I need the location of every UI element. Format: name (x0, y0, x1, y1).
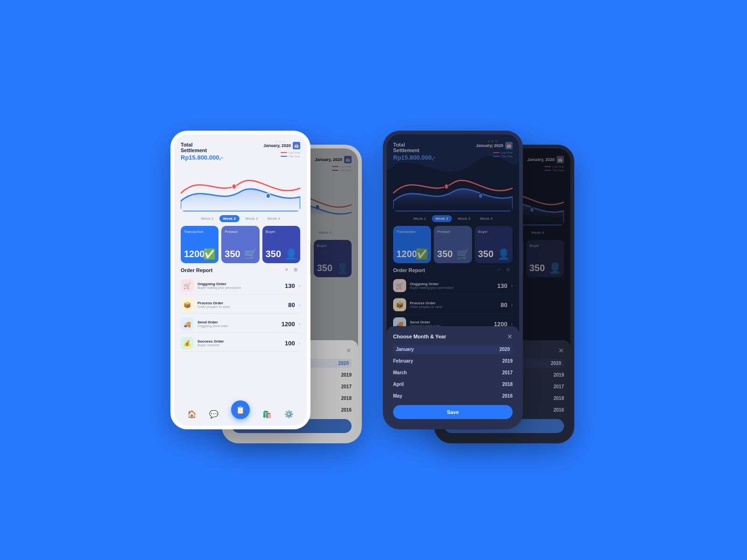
month-may-dark-label: May (393, 393, 402, 399)
month-feb-dark-front[interactable]: February 2019 (393, 357, 513, 365)
nav-settings-light[interactable]: ⚙️ (284, 410, 294, 419)
send-desc-light: Onggoing send order (197, 324, 278, 328)
year-2017-dark: 2017 (502, 370, 513, 375)
week-tab-4-light[interactable]: Week 4 (263, 215, 283, 222)
order-report-header-light: Order Report ≡ ⊞ (181, 267, 300, 273)
order-item-send-light: 🚚 Send Order Onggoing send order 1200 › (181, 315, 300, 333)
stat-icon-prod-light: 🛒 (244, 248, 257, 260)
ongoing-text-light: Onggoing Order Buyer waiting your permis… (197, 282, 281, 289)
week-tabs-light: Week 1 Week 2 Week 3 Week 4 (181, 215, 300, 222)
stat-icon-buyer-light: 👤 (285, 248, 297, 260)
ongoing-desc-light: Buyer waiting your permission (197, 286, 281, 289)
send-icon-light: 🚚 (181, 317, 194, 330)
process-count-light: 80 (288, 301, 295, 308)
scene: Total Settlement Rp15.800.000,- January,… (170, 131, 577, 429)
year-2018-behind: 2018 (341, 396, 352, 401)
order-item-process-light: 📦 Process Order Order prepare to send 80… (181, 296, 300, 314)
legend-item-thisyear-light: This Year (281, 155, 300, 158)
year-2018-dark: 2018 (502, 382, 513, 387)
year-2019-behind: 2019 (341, 372, 352, 378)
stat-label-trans-light: Transaction (184, 230, 215, 234)
order-item-success-light: 💰 Success Order Buyer received 100 › (181, 335, 300, 352)
grid-view-icon-light[interactable]: ⊞ (294, 267, 300, 273)
stat-label-buyer-light: Buyer (266, 230, 297, 234)
order-list-light: 🛒 Onggoing Order Buyer waiting your perm… (181, 277, 300, 352)
month-mar-dark-front[interactable]: March 2017 (393, 368, 513, 377)
svg-point-7 (283, 144, 285, 146)
settlement-label-light: Settlement (181, 147, 223, 153)
modal-close-behind-light[interactable]: ✕ (346, 347, 352, 354)
svg-point-2 (275, 140, 277, 142)
list-view-icon-light[interactable]: ≡ (285, 267, 292, 273)
modal-close-dark-behind[interactable]: ✕ (558, 347, 564, 354)
legend-light: Last Year This Year (281, 151, 300, 158)
group-right: Total Settlement Rp15.800.000,- January,… (383, 131, 577, 429)
process-arrow-light[interactable]: › (299, 302, 300, 308)
nav-home-light[interactable]: 🏠 (187, 410, 197, 419)
stat-label-prod-light: Product (225, 230, 256, 234)
ongoing-icon-light: 🛒 (181, 279, 194, 292)
year-2017-behind: 2017 (341, 384, 352, 389)
success-text-light: Success Order Buyer received (197, 339, 281, 347)
calendar-icon-light[interactable]: 📅 (293, 142, 300, 149)
month-apr-dark-front[interactable]: April 2018 (393, 380, 513, 389)
stat-icon-trans-light: ✅ (203, 248, 216, 260)
week-tab-1-light[interactable]: Week 1 (197, 215, 217, 222)
modal-title-dark-front: Choose Month & Year (393, 334, 446, 339)
legend-blue-light (281, 156, 287, 157)
ongoing-name-light: Onggoing Order (197, 282, 281, 286)
ongoing-count-light: 130 (285, 282, 295, 289)
svg-point-6 (279, 144, 281, 146)
stat-transaction-light: Transaction 1200 ✅ (181, 226, 218, 263)
send-text-light: Send Order Onggoing send order (197, 320, 278, 328)
modal-close-dark-front[interactable]: ✕ (507, 333, 513, 340)
fab-light[interactable]: 📋 (231, 400, 250, 419)
month-feb-dark-label: February (393, 358, 413, 364)
total-label-light: Total (181, 142, 223, 147)
nav-chat-light[interactable]: 💬 (209, 410, 218, 419)
phone-light-front: Total Settlement Rp15.800.000,- January,… (170, 131, 310, 429)
month-jan-dark-label: January (396, 347, 414, 352)
modal-header-dark-front: Choose Month & Year ✕ (393, 333, 513, 340)
month-mar-dark-label: March (393, 370, 407, 375)
phone-dark-front: Total Settlement Rp15.800.000,- January,… (383, 131, 523, 429)
year-2016-dark: 2016 (502, 393, 513, 399)
modal-dark-front: Choose Month & Year ✕ January 2020 Febru… (387, 326, 519, 426)
legend-item-lastyear-light: Last Year (281, 151, 300, 154)
order-item-ongoing-light: 🛒 Onggoing Order Buyer waiting your perm… (181, 277, 300, 294)
success-arrow-light[interactable]: › (299, 341, 300, 346)
order-report-title-light: Order Report (181, 267, 212, 273)
success-desc-light: Buyer received (197, 343, 281, 347)
nav-shop-light[interactable]: 🛍️ (262, 410, 272, 419)
week-tab-3-light[interactable]: Week 3 (241, 215, 261, 222)
ongoing-arrow-light[interactable]: › (299, 283, 300, 288)
send-name-light: Send Order (197, 320, 278, 324)
svg-point-8 (232, 184, 236, 189)
stats-row-light: Transaction 1200 ✅ Product 350 🛒 Buyer 3… (181, 226, 300, 263)
year-2020-dark: 2020 (500, 347, 510, 352)
legend-red-light (281, 152, 287, 153)
view-icons-light: ≡ ⊞ (285, 267, 300, 273)
month-may-dark-front[interactable]: May 2016 (393, 392, 513, 400)
process-icon-light: 📦 (181, 298, 194, 311)
success-count-light: 100 (285, 340, 295, 347)
send-count-light: 1200 (282, 321, 295, 328)
process-desc-light: Order prepare to send (197, 305, 284, 308)
stat-buyer-light: Buyer 350 👤 (262, 226, 300, 263)
success-name-light: Success Order (197, 339, 281, 343)
dots-deco-light (274, 139, 293, 148)
save-button-dark-front[interactable]: Save (393, 405, 513, 419)
week-tab-2-light[interactable]: Week 2 (219, 215, 240, 222)
amount-light: Rp15.800.000,- (181, 154, 223, 161)
process-text-light: Process Order Order prepare to send (197, 301, 284, 308)
send-arrow-light[interactable]: › (299, 322, 300, 327)
year-2016-behind: 2016 (341, 407, 352, 413)
group-left: Total Settlement Rp15.800.000,- January,… (170, 131, 364, 429)
header-left-light: Total Settlement Rp15.800.000,- (181, 142, 223, 161)
month-grid-dark-front: January 2020 February 2019 March 2017 (393, 345, 513, 400)
legend-lastyear-light: Last Year (289, 151, 300, 154)
svg-point-5 (275, 144, 277, 146)
legend-thisyear-light: This Year (289, 155, 300, 158)
month-jan-dark-front[interactable]: January 2020 (393, 345, 513, 354)
process-name-light: Process Order (197, 301, 284, 305)
